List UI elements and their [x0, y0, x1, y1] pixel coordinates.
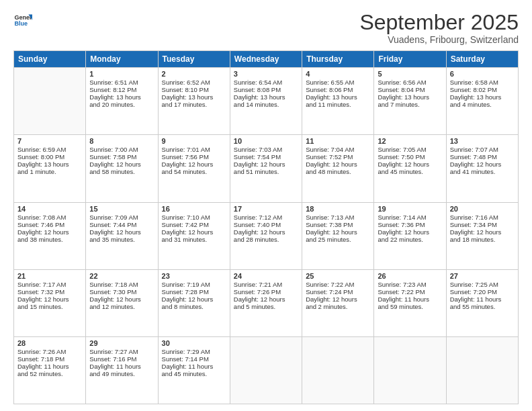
day-detail: Daylight: 12 hours: [234, 161, 298, 168]
day-number: 29: [89, 339, 154, 347]
day-detail: Sunrise: 7:12 AM: [234, 214, 298, 221]
day-number: 12: [378, 137, 442, 145]
day-detail: Sunrise: 7:08 AM: [17, 214, 82, 221]
location-subtitle: Vuadens, Fribourg, Switzerland: [359, 34, 519, 45]
header: General Blue September 2025 Vuadens, Fri…: [13, 11, 519, 45]
calendar-cell: 4Sunrise: 6:55 AMSunset: 8:06 PMDaylight…: [302, 68, 374, 135]
calendar-cell: 17Sunrise: 7:12 AMSunset: 7:40 PMDayligh…: [230, 202, 302, 269]
day-number: 25: [306, 272, 370, 280]
calendar-day-header: Friday: [374, 51, 446, 68]
day-detail: Sunrise: 7:04 AM: [306, 146, 370, 153]
day-detail: Sunset: 7:44 PM: [89, 221, 154, 228]
day-detail: Sunset: 7:48 PM: [450, 153, 515, 161]
calendar-day-header: Saturday: [446, 51, 518, 68]
day-number: 26: [378, 272, 442, 280]
day-detail: Sunrise: 7:17 AM: [17, 281, 82, 288]
calendar-cell: [14, 68, 86, 135]
month-title: September 2025: [359, 11, 519, 34]
day-detail: Daylight: 12 hours: [89, 295, 154, 303]
day-detail: and 20 minutes.: [89, 101, 154, 108]
day-detail: Sunrise: 7:16 AM: [450, 214, 515, 221]
day-number: 24: [234, 272, 298, 280]
calendar-cell: 29Sunrise: 7:27 AMSunset: 7:16 PMDayligh…: [86, 336, 158, 404]
calendar-week-row: 21Sunrise: 7:17 AMSunset: 7:32 PMDayligh…: [14, 269, 519, 336]
day-detail: Sunrise: 7:21 AM: [234, 281, 298, 288]
day-detail: and 31 minutes.: [162, 236, 226, 243]
day-detail: Sunset: 7:36 PM: [378, 221, 442, 228]
day-number: 14: [17, 205, 82, 213]
day-detail: Sunset: 7:42 PM: [162, 221, 226, 228]
day-number: 15: [89, 205, 154, 213]
day-number: 9: [162, 137, 226, 145]
calendar-cell: 10Sunrise: 7:03 AMSunset: 7:54 PMDayligh…: [230, 135, 302, 202]
day-detail: Daylight: 12 hours: [234, 228, 298, 236]
page: General Blue September 2025 Vuadens, Fri…: [0, 0, 532, 411]
day-number: 30: [162, 339, 226, 347]
day-number: 4: [306, 70, 370, 78]
calendar-cell: 11Sunrise: 7:04 AMSunset: 7:52 PMDayligh…: [302, 135, 374, 202]
day-detail: Sunrise: 6:52 AM: [162, 79, 226, 86]
calendar-cell: [302, 336, 374, 404]
calendar-cell: 6Sunrise: 6:58 AMSunset: 8:02 PMDaylight…: [446, 68, 518, 135]
day-detail: Sunrise: 7:01 AM: [162, 146, 226, 153]
day-detail: and 7 minutes.: [378, 101, 442, 108]
calendar-cell: 21Sunrise: 7:17 AMSunset: 7:32 PMDayligh…: [14, 269, 86, 336]
calendar-day-header: Tuesday: [158, 51, 230, 68]
day-number: 8: [89, 137, 154, 145]
day-detail: Daylight: 13 hours: [450, 93, 515, 101]
calendar-cell: [446, 336, 518, 404]
calendar-cell: 3Sunrise: 6:54 AMSunset: 8:08 PMDaylight…: [230, 68, 302, 135]
day-detail: Daylight: 12 hours: [378, 228, 442, 236]
day-detail: Sunrise: 7:25 AM: [450, 281, 515, 288]
calendar-day-header: Thursday: [302, 51, 374, 68]
calendar-cell: [230, 336, 302, 404]
svg-text:Blue: Blue: [14, 20, 28, 27]
day-detail: Sunrise: 7:07 AM: [450, 146, 515, 153]
day-detail: and 11 minutes.: [306, 101, 370, 108]
day-number: 3: [234, 70, 298, 78]
day-detail: Daylight: 13 hours: [306, 93, 370, 101]
day-number: 13: [450, 137, 515, 145]
calendar-cell: 26Sunrise: 7:23 AMSunset: 7:22 PMDayligh…: [374, 269, 446, 336]
day-detail: Daylight: 12 hours: [450, 228, 515, 236]
calendar-header-row: SundayMondayTuesdayWednesdayThursdayFrid…: [14, 51, 519, 68]
day-detail: and 41 minutes.: [450, 168, 515, 175]
day-detail: and 52 minutes.: [17, 370, 82, 377]
day-detail: Sunset: 7:34 PM: [450, 221, 515, 228]
calendar-cell: 2Sunrise: 6:52 AMSunset: 8:10 PMDaylight…: [158, 68, 230, 135]
day-detail: and 8 minutes.: [162, 303, 226, 310]
day-number: 10: [234, 137, 298, 145]
day-detail: and 58 minutes.: [89, 168, 154, 175]
day-detail: Sunset: 7:24 PM: [306, 288, 370, 295]
calendar-cell: 24Sunrise: 7:21 AMSunset: 7:26 PMDayligh…: [230, 269, 302, 336]
day-detail: Sunrise: 7:00 AM: [89, 146, 154, 153]
day-detail: Sunrise: 7:18 AM: [89, 281, 154, 288]
calendar-cell: 19Sunrise: 7:14 AMSunset: 7:36 PMDayligh…: [374, 202, 446, 269]
day-detail: Daylight: 13 hours: [378, 93, 442, 101]
day-detail: Sunset: 7:26 PM: [234, 288, 298, 295]
day-detail: Sunrise: 7:23 AM: [378, 281, 442, 288]
day-number: 19: [378, 205, 442, 213]
day-detail: and 14 minutes.: [234, 101, 298, 108]
title-block: September 2025 Vuadens, Fribourg, Switze…: [359, 11, 519, 45]
day-detail: Sunset: 7:20 PM: [450, 288, 515, 295]
calendar-cell: 12Sunrise: 7:05 AMSunset: 7:50 PMDayligh…: [374, 135, 446, 202]
calendar-week-row: 1Sunrise: 6:51 AMSunset: 8:12 PMDaylight…: [14, 68, 519, 135]
day-detail: Sunset: 7:40 PM: [234, 221, 298, 228]
day-number: 17: [234, 205, 298, 213]
day-detail: Daylight: 12 hours: [17, 228, 82, 236]
day-detail: Sunset: 8:10 PM: [162, 86, 226, 93]
day-detail: Daylight: 12 hours: [162, 295, 226, 303]
day-number: 27: [450, 272, 515, 280]
day-detail: and 15 minutes.: [17, 303, 82, 310]
calendar-cell: 5Sunrise: 6:56 AMSunset: 8:04 PMDaylight…: [374, 68, 446, 135]
calendar-cell: 14Sunrise: 7:08 AMSunset: 7:46 PMDayligh…: [14, 202, 86, 269]
day-detail: Sunset: 7:28 PM: [162, 288, 226, 295]
day-detail: Daylight: 13 hours: [89, 93, 154, 101]
day-detail: Daylight: 13 hours: [162, 93, 226, 101]
day-detail: Sunset: 7:50 PM: [378, 153, 442, 161]
day-detail: Sunrise: 7:05 AM: [378, 146, 442, 153]
calendar-cell: 30Sunrise: 7:29 AMSunset: 7:14 PMDayligh…: [158, 336, 230, 404]
day-detail: Daylight: 12 hours: [306, 228, 370, 236]
calendar-cell: 25Sunrise: 7:22 AMSunset: 7:24 PMDayligh…: [302, 269, 374, 336]
